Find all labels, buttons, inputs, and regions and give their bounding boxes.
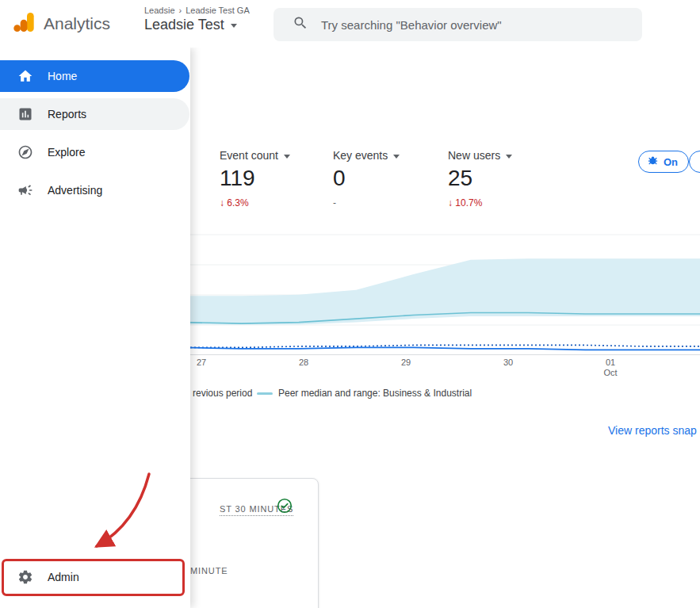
property-selector-label: Leadsie Test (144, 17, 224, 33)
breadcrumb-account: Leadsie (144, 6, 175, 15)
sidebar-item-admin[interactable]: Admin (0, 561, 189, 593)
ga-home-page: 2728293001Oct revious periodPeer median … (0, 0, 700, 608)
breadcrumb-separator-icon: › (179, 6, 182, 15)
home-icon (17, 68, 33, 84)
x-tick-label: 01Oct (603, 358, 617, 378)
breadcrumb-property: Leadsie Test GA (186, 6, 250, 15)
legend-label: Peer median and range: Business & Indust… (278, 388, 472, 399)
search-icon (293, 15, 308, 34)
metric-label: Event count (220, 149, 278, 162)
app-name: Analytics (44, 14, 110, 33)
metric-value: 119 (220, 166, 290, 191)
chevron-down-icon (506, 155, 512, 159)
chart-x-axis: 2728293001Oct (127, 358, 700, 381)
legend-item: Peer median and range: Business & Indust… (257, 388, 472, 399)
app-header: Analytics Leadsie › Leadsie Test GA Lead… (0, 0, 700, 48)
sidebar-item-advertising[interactable]: Advertising (0, 174, 189, 206)
metric-event-count[interactable]: Event count119↓ 6.3% (220, 149, 290, 208)
view-reports-link[interactable]: View reports snap (608, 424, 697, 437)
legend-label: revious period (193, 388, 252, 399)
chevron-down-icon (284, 155, 290, 159)
overview-line-chart (127, 228, 700, 356)
analytics-logo-icon (11, 10, 36, 38)
metric-value: 0 (333, 166, 400, 191)
gear-icon (17, 569, 33, 585)
sidebar-item-explore[interactable]: Explore (0, 136, 189, 168)
metric-value: 25 (448, 166, 512, 191)
realtime-subtitle: MINUTE (190, 566, 228, 575)
explore-icon (17, 144, 33, 160)
x-tick-label: 28 (299, 358, 308, 368)
breadcrumb: Leadsie › Leadsie Test GA (144, 6, 250, 15)
sidebar-item-label: Advertising (48, 184, 102, 197)
metrics-row: Event count119↓ 6.3%Key events0-New user… (190, 149, 700, 224)
search-placeholder: Try searching "Behavior overview" (321, 18, 502, 32)
sidebar-item-home[interactable]: Home (0, 60, 189, 92)
legend-item: revious period (193, 388, 252, 399)
search-bar[interactable]: Try searching "Behavior overview" (273, 8, 642, 41)
x-tick-label: 29 (401, 358, 411, 368)
metric-label: New users (448, 149, 500, 162)
sidebar-item-reports[interactable]: Reports (0, 98, 189, 130)
metric-new-users[interactable]: New users25↓ 10.7% (448, 149, 512, 208)
on-badge[interactable]: On (638, 151, 689, 173)
sidebar-item-label: Admin (48, 571, 79, 583)
on-badge-label: On (664, 156, 678, 168)
x-tick-label: 27 (197, 358, 206, 368)
legend-swatch (257, 392, 273, 395)
metric-delta: - (333, 197, 400, 208)
signals-icon (647, 155, 659, 170)
analytics-logo[interactable]: Analytics (11, 10, 110, 38)
x-tick-label: 30 (503, 358, 513, 368)
check-circle-icon (276, 497, 293, 514)
chevron-down-icon (231, 24, 237, 28)
metric-delta: ↓ 10.7% (448, 197, 512, 208)
sidebar-item-label: Reports (48, 108, 86, 120)
sidebar-item-label: Explore (48, 146, 85, 159)
x-tick-sublabel: Oct (603, 368, 617, 378)
chevron-down-icon (393, 155, 400, 159)
series-current-period (127, 347, 700, 350)
metric-label: Key events (333, 149, 388, 162)
property-selector[interactable]: Leadsie Test (144, 17, 250, 33)
reports-icon (17, 106, 33, 122)
metric-key-events[interactable]: Key events0- (333, 149, 400, 208)
advertising-icon (17, 182, 33, 198)
metric-delta: ↓ 6.3% (220, 197, 290, 208)
sidebar-item-label: Home (48, 70, 77, 82)
sidebar: HomeReportsExploreAdvertising Admin (0, 48, 190, 608)
